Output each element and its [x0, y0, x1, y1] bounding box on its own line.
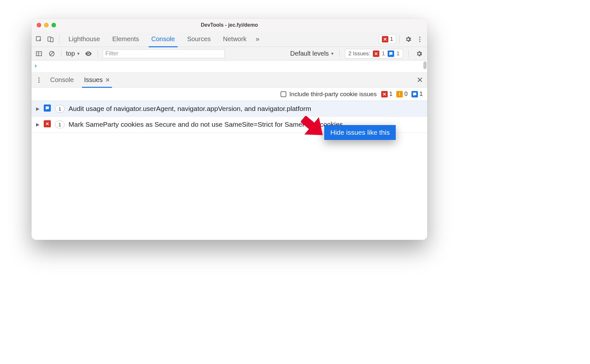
issues-summary-button[interactable]: 2 Issues: 1 1 — [345, 49, 403, 59]
divider — [61, 50, 61, 57]
drawer-close-button[interactable]: ✕ — [414, 75, 425, 86]
window-controls — [32, 23, 56, 27]
issue-count-pill: 1 — [55, 121, 65, 128]
tab-label: Network — [223, 35, 246, 43]
window-titlebar: DevTools - jec.fyi/demo — [32, 19, 427, 32]
error-icon — [373, 50, 379, 57]
main-tabstrip: Lighthouse Elements Console Sources Netw… — [32, 32, 427, 47]
issue-count-pill: 1 — [55, 105, 65, 113]
tab-label: Lighthouse — [69, 35, 100, 43]
issue-title: Audit usage of navigator.userAgent, navi… — [69, 104, 423, 113]
close-tab-icon[interactable]: ✕ — [105, 77, 110, 84]
info-icon — [388, 50, 394, 57]
svg-point-3 — [419, 36, 420, 38]
divider — [408, 50, 409, 57]
svg-rect-2 — [51, 38, 53, 42]
scrollbar-thumb[interactable] — [423, 61, 427, 69]
log-levels-dropdown[interactable]: Default levels ▼ — [290, 50, 334, 57]
error-icon — [382, 36, 388, 42]
error-icon — [44, 120, 51, 127]
info-icon — [44, 105, 51, 112]
info-icon — [411, 91, 418, 97]
tab-elements[interactable]: Elements — [106, 32, 145, 47]
tab-label: Sources — [187, 35, 211, 43]
error-icon — [381, 91, 388, 97]
drawer-more-button[interactable] — [33, 75, 44, 86]
expand-caret-icon[interactable]: ▶ — [36, 106, 40, 111]
svg-rect-6 — [36, 51, 42, 56]
toggle-sidebar-button[interactable] — [34, 49, 44, 59]
console-filter-input[interactable]: Filter — [103, 49, 225, 58]
expand-caret-icon[interactable]: ▶ — [36, 122, 40, 127]
drawer-tabstrip: Console Issues ✕ ✕ — [32, 73, 427, 87]
tabs-overflow-button[interactable]: » — [253, 32, 262, 47]
tab-lighthouse[interactable]: Lighthouse — [63, 32, 106, 47]
levels-label: Default levels — [290, 50, 329, 57]
device-toolbar-button[interactable] — [45, 34, 56, 45]
console-prompt: › — [35, 62, 37, 69]
checkbox-label: Include third-party cookie issues — [290, 91, 377, 98]
issue-counts: 1 !0 1 — [381, 91, 423, 97]
annotation-arrow-icon — [295, 109, 333, 141]
errors-badge[interactable]: 1 — [379, 34, 396, 44]
settings-button[interactable] — [403, 34, 414, 45]
clear-console-button[interactable] — [47, 49, 57, 59]
stage: DevTools - jec.fyi/demo Lighthouse Eleme… — [0, 0, 590, 364]
divider — [399, 35, 400, 44]
svg-point-4 — [419, 39, 420, 40]
checkbox-icon — [281, 91, 286, 97]
drawer-tab-console[interactable]: Console — [46, 73, 78, 87]
filter-placeholder: Filter — [106, 50, 118, 57]
svg-point-8 — [38, 77, 40, 78]
console-settings-button[interactable] — [414, 48, 425, 59]
error-count: 1 — [381, 91, 392, 97]
tab-label: Console — [50, 76, 74, 84]
include-third-party-checkbox[interactable]: Include third-party cookie issues — [281, 91, 377, 98]
divider — [339, 50, 340, 57]
info-count: 1 — [411, 91, 423, 97]
warning-icon: ! — [396, 91, 403, 97]
more-menu-button[interactable] — [414, 34, 425, 45]
dropdown-triangle-icon: ▼ — [330, 51, 334, 56]
window-close-button[interactable] — [37, 23, 41, 27]
issues-error-count: 1 — [382, 50, 385, 57]
live-expression-button[interactable] — [84, 49, 93, 59]
console-input-area[interactable]: › — [32, 60, 427, 73]
tab-label: Console — [151, 35, 175, 43]
svg-point-5 — [419, 41, 420, 42]
warning-count: !0 — [396, 91, 408, 97]
console-toolbar: top ▼ Filter Default levels ▼ 2 Issues: … — [32, 47, 427, 60]
divider — [98, 50, 98, 57]
context-label: top — [66, 50, 75, 57]
tab-label: Elements — [112, 35, 139, 43]
issues-info-count: 1 — [397, 50, 400, 57]
dropdown-triangle-icon: ▼ — [77, 51, 80, 56]
tab-label: Issues — [84, 76, 103, 84]
svg-point-9 — [38, 79, 40, 81]
issues-label: 2 Issues: — [348, 50, 370, 57]
tab-console[interactable]: Console — [145, 32, 180, 47]
issues-toolbar: Include third-party cookie issues 1 !0 1 — [32, 87, 427, 101]
drawer-tab-issues[interactable]: Issues ✕ — [79, 73, 115, 87]
divider — [59, 35, 60, 44]
errors-count: 1 — [390, 36, 393, 42]
window-title: DevTools - jec.fyi/demo — [201, 22, 258, 28]
execution-context-dropdown[interactable]: top ▼ — [66, 50, 80, 57]
context-menu-label: Hide issues like this — [330, 129, 390, 136]
tab-network[interactable]: Network — [217, 32, 252, 47]
overflow-glyph: » — [255, 35, 259, 43]
window-minimize-button[interactable] — [44, 23, 49, 27]
svg-point-10 — [38, 81, 40, 83]
inspect-element-button[interactable] — [33, 34, 44, 45]
issue-row[interactable]: ▶ 1 Audit usage of navigator.userAgent, … — [32, 101, 427, 117]
tab-sources[interactable]: Sources — [181, 32, 217, 47]
context-menu-item-hide[interactable]: Hide issues like this — [324, 125, 396, 140]
window-zoom-button[interactable] — [51, 23, 56, 27]
